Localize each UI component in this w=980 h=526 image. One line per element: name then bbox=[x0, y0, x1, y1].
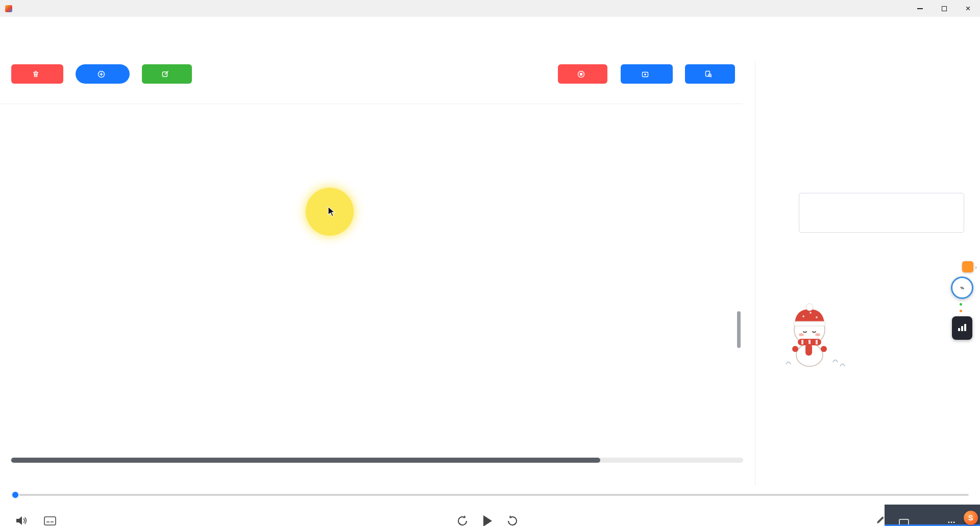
maximize-button[interactable] bbox=[932, 0, 956, 17]
play-button[interactable] bbox=[481, 514, 494, 526]
playback-controls bbox=[456, 514, 519, 526]
expand-icon bbox=[642, 70, 649, 78]
download-speed bbox=[960, 310, 965, 312]
upload-speed bbox=[960, 303, 965, 306]
window-controls: × bbox=[908, 0, 980, 17]
custom-letters-input[interactable] bbox=[799, 193, 964, 233]
horizontal-scrollbar[interactable] bbox=[10, 458, 743, 463]
minimize-icon bbox=[917, 8, 923, 9]
progress-track[interactable] bbox=[11, 494, 969, 496]
details-icon bbox=[705, 70, 712, 78]
trash-icon bbox=[32, 70, 39, 78]
sticker-image bbox=[779, 286, 866, 374]
monitor-icon[interactable] bbox=[899, 519, 909, 526]
minimize-button[interactable] bbox=[908, 0, 932, 17]
widget-score-ring[interactable]: % bbox=[951, 277, 973, 299]
title-bar: × bbox=[0, 0, 980, 17]
subtitle-icon[interactable] bbox=[44, 516, 56, 525]
delete-button[interactable] bbox=[11, 64, 63, 84]
stop-task-button[interactable] bbox=[558, 64, 607, 84]
progress-handle[interactable] bbox=[11, 491, 19, 499]
data-panel-button[interactable] bbox=[952, 316, 972, 340]
app-icon bbox=[5, 5, 12, 12]
pencil-icon[interactable] bbox=[876, 515, 885, 524]
get-details-button[interactable] bbox=[685, 64, 735, 84]
table-header bbox=[0, 88, 743, 104]
brand-logo[interactable]: S bbox=[964, 511, 978, 525]
horizontal-scrollbar-thumb[interactable] bbox=[11, 458, 600, 463]
vertical-scrollbar[interactable] bbox=[737, 311, 741, 348]
widget-badge[interactable] bbox=[962, 261, 973, 272]
maximize-icon bbox=[942, 6, 947, 11]
add-button[interactable] bbox=[76, 64, 130, 84]
more-options-icon[interactable]: … bbox=[947, 516, 957, 525]
settings-panel bbox=[755, 61, 980, 486]
app-window: × bbox=[0, 0, 980, 526]
rewind-icon[interactable] bbox=[456, 514, 469, 526]
video-progress-slider[interactable] bbox=[11, 491, 969, 499]
table-body bbox=[0, 104, 743, 460]
close-button[interactable]: × bbox=[956, 0, 980, 17]
plus-circle-icon bbox=[97, 70, 105, 78]
volume-icon[interactable] bbox=[15, 515, 28, 526]
mouse-cursor bbox=[328, 206, 338, 217]
chart-bars-icon bbox=[958, 324, 966, 331]
keyword-table bbox=[0, 88, 743, 460]
batch-edit-button[interactable] bbox=[142, 64, 192, 84]
upload-dot-icon bbox=[960, 303, 962, 306]
edit-icon bbox=[162, 70, 169, 78]
collapse-chevron-icon[interactable]: › bbox=[975, 263, 977, 271]
stop-icon bbox=[577, 70, 585, 78]
expand-keywords-button[interactable] bbox=[621, 64, 673, 84]
forward-icon[interactable] bbox=[506, 514, 519, 526]
download-dot-icon bbox=[960, 310, 962, 312]
floating-widget[interactable]: › % bbox=[947, 261, 977, 340]
